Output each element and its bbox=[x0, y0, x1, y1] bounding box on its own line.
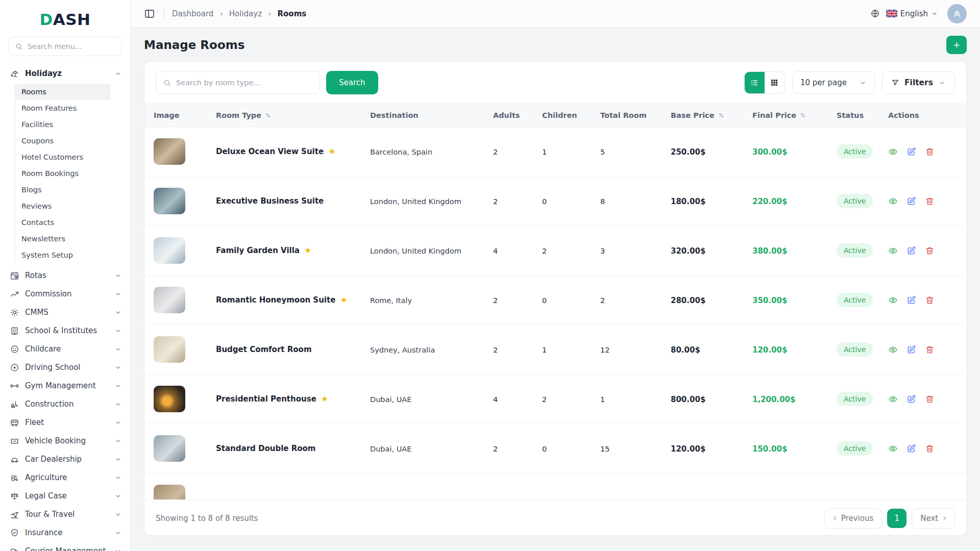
status-badge: Active bbox=[837, 441, 873, 456]
truck-icon bbox=[10, 546, 19, 551]
featured-star-icon: ★ bbox=[340, 296, 347, 304]
view-button[interactable] bbox=[888, 147, 898, 157]
list-view-button[interactable] bbox=[745, 72, 765, 93]
page-number-active[interactable]: 1 bbox=[887, 509, 906, 528]
column-label: Final Price bbox=[752, 111, 796, 119]
edit-icon bbox=[906, 147, 916, 157]
sidebar-subitem-room-bookings[interactable]: Room Bookings bbox=[15, 165, 111, 182]
sidebar-item-school-institutes[interactable]: School & Institutes bbox=[0, 321, 130, 340]
edit-button[interactable] bbox=[906, 345, 916, 355]
edit-button[interactable] bbox=[906, 444, 916, 454]
sidebar-subitem-room-features[interactable]: Room Features bbox=[15, 100, 111, 116]
edit-button[interactable] bbox=[906, 246, 916, 256]
edit-button[interactable] bbox=[906, 196, 916, 206]
view-button[interactable] bbox=[888, 196, 898, 206]
sidebar-subitem-rooms[interactable]: Rooms bbox=[15, 84, 111, 100]
sidebar-item-construction[interactable]: Construction bbox=[0, 395, 130, 413]
chevron-down-icon bbox=[859, 79, 867, 87]
room-search[interactable] bbox=[156, 71, 320, 94]
delete-button[interactable] bbox=[925, 295, 935, 305]
next-page-button[interactable]: Next › bbox=[912, 508, 955, 529]
view-button[interactable] bbox=[888, 246, 898, 256]
add-room-button[interactable] bbox=[946, 36, 967, 54]
sidebar-item-label: Fleet bbox=[25, 418, 44, 427]
view-button[interactable] bbox=[888, 394, 898, 404]
sidebar-item-label: Vehicle Booking bbox=[25, 436, 86, 445]
sidebar-item-legal-case[interactable]: Legal Case bbox=[0, 487, 130, 505]
sidebar-toggle-icon[interactable] bbox=[144, 8, 155, 19]
sidebar-item-fleet[interactable]: Fleet bbox=[0, 413, 130, 432]
table-row: Deluxe Ocean View Suite★Barcelona, Spain… bbox=[144, 127, 966, 177]
delete-button[interactable] bbox=[925, 246, 935, 256]
filters-button[interactable]: Filters bbox=[882, 71, 955, 94]
view-button[interactable] bbox=[888, 345, 898, 355]
plane-icon bbox=[10, 510, 19, 519]
table-row: Family Garden Villa★London, United Kingd… bbox=[144, 226, 966, 276]
column-header-total-room: Total Room bbox=[600, 104, 671, 127]
column-label: Image bbox=[154, 111, 180, 119]
sidebar-subitem-reviews[interactable]: Reviews bbox=[15, 198, 111, 214]
grid-view-button[interactable] bbox=[765, 72, 785, 93]
sidebar-item-commission[interactable]: Commission bbox=[0, 285, 130, 303]
sidebar-item-vehicle-booking[interactable]: Vehicle Booking bbox=[0, 432, 130, 450]
previous-page-button[interactable]: ‹ Previous bbox=[824, 508, 882, 529]
sidebar-item-insurance[interactable]: Insurance bbox=[0, 523, 130, 542]
view-button[interactable] bbox=[888, 295, 898, 305]
final-price: 220.00$ bbox=[752, 197, 787, 206]
sidebar-subitem-hotel-customers[interactable]: Hotel Customers bbox=[15, 149, 111, 165]
sidebar-search[interactable] bbox=[8, 37, 122, 56]
sidebar-subitem-coupons[interactable]: Coupons bbox=[15, 133, 111, 149]
view-button[interactable] bbox=[888, 444, 898, 454]
pagination: ‹ Previous 1 Next › bbox=[824, 508, 955, 529]
sidebar-item-courier-management[interactable]: Courier Management bbox=[0, 542, 130, 551]
sidebar-item-tour-travel[interactable]: Tour & Travel bbox=[0, 505, 130, 523]
total-room-count: 8 bbox=[600, 197, 605, 206]
sidebar-item-childcare[interactable]: Childcare bbox=[0, 340, 130, 358]
edit-button[interactable] bbox=[906, 295, 916, 305]
column-header-adults: Adults bbox=[493, 104, 542, 127]
room-search-input[interactable] bbox=[176, 79, 313, 87]
sidebar-subitem-system-setup[interactable]: System Setup bbox=[15, 247, 111, 263]
edit-button[interactable] bbox=[906, 147, 916, 157]
final-price: 350.00$ bbox=[752, 296, 787, 305]
sidebar-item-gym-management[interactable]: Gym Management bbox=[0, 377, 130, 395]
breadcrumb-holidayz[interactable]: Holidayz bbox=[229, 9, 262, 18]
sidebar-item-holidayz[interactable]: Holidayz bbox=[0, 64, 130, 83]
view-icon bbox=[888, 444, 898, 454]
globe-icon[interactable] bbox=[870, 9, 880, 18]
sidebar-item-cmms[interactable]: CMMS bbox=[0, 303, 130, 321]
delete-button[interactable] bbox=[925, 345, 935, 355]
per-page-select[interactable]: 10 per page bbox=[792, 71, 875, 94]
avatar[interactable] bbox=[947, 4, 967, 23]
list-view-icon bbox=[750, 78, 759, 87]
column-label: Children bbox=[542, 111, 577, 119]
sidebar-item-car-dealership[interactable]: Car Dealership bbox=[0, 450, 130, 468]
sidebar-item-rotas[interactable]: Rotas bbox=[0, 266, 130, 285]
view-icon bbox=[888, 147, 898, 157]
column-header-base-price[interactable]: Base Price bbox=[671, 104, 752, 127]
sidebar-subitem-newsletters[interactable]: Newsletters bbox=[15, 231, 111, 247]
main-area: Dashboard › Holidayz › Rooms English Man… bbox=[131, 0, 980, 551]
sidebar-subitem-facilities[interactable]: Facilities bbox=[15, 116, 111, 133]
view-icon bbox=[888, 345, 898, 355]
chevron-down-icon bbox=[114, 456, 122, 463]
base-price: 80.00$ bbox=[671, 345, 700, 355]
delete-button[interactable] bbox=[925, 147, 935, 157]
language-selector[interactable]: English bbox=[886, 9, 938, 18]
breadcrumb-dashboard[interactable]: Dashboard bbox=[172, 9, 213, 18]
column-header-final-price[interactable]: Final Price bbox=[752, 104, 837, 127]
sidebar-subitem-contacts[interactable]: Contacts bbox=[15, 214, 111, 231]
sidebar-search-input[interactable] bbox=[28, 42, 115, 51]
final-price: 380.00$ bbox=[752, 246, 787, 256]
edit-icon bbox=[906, 295, 916, 305]
delete-button[interactable] bbox=[925, 196, 935, 206]
delete-button[interactable] bbox=[925, 394, 935, 404]
sidebar-subitem-blogs[interactable]: Blogs bbox=[15, 182, 111, 198]
edit-button[interactable] bbox=[906, 394, 916, 404]
column-header-room-type[interactable]: Room Type bbox=[216, 104, 370, 127]
sidebar-item-driving-school[interactable]: Driving School bbox=[0, 358, 130, 377]
delete-button[interactable] bbox=[925, 444, 935, 454]
sidebar-item-agriculture[interactable]: Agriculture bbox=[0, 468, 130, 487]
sidebar-item-label: Commission bbox=[25, 289, 72, 298]
search-button[interactable]: Search bbox=[326, 71, 378, 94]
